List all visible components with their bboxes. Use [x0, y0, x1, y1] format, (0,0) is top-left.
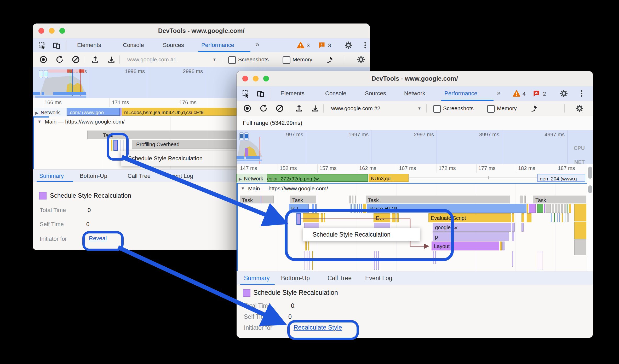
- network-request-bar[interactable]: [120, 108, 122, 116]
- warning-icon[interactable]: [297, 41, 305, 49]
- network-track-label[interactable]: ▶Network: [34, 108, 67, 118]
- flame-sliver-bar[interactable]: [561, 204, 563, 213]
- tab-bottom-up[interactable]: Bottom-Up: [281, 275, 310, 282]
- flame-sliver-bar[interactable]: [537, 204, 543, 213]
- clear-icon[interactable]: [276, 104, 284, 112]
- flame-sliver-bar[interactable]: [540, 251, 540, 270]
- target-select[interactable]: www.google.com #1: [127, 56, 176, 63]
- flame-sliver-bar[interactable]: [558, 204, 560, 213]
- flame-sliver-bar[interactable]: [574, 239, 586, 255]
- record-icon[interactable]: [243, 104, 251, 112]
- flame-sliver-bar[interactable]: [512, 232, 514, 241]
- flame-sliver-bar[interactable]: [569, 204, 571, 213]
- flame-sliver-bar[interactable]: [544, 204, 545, 213]
- memory-label[interactable]: Memory: [497, 105, 517, 111]
- reload-record-icon[interactable]: [56, 56, 64, 63]
- inspect-element-icon[interactable]: [242, 90, 250, 98]
- memory-checkbox[interactable]: [487, 105, 495, 113]
- flame-sliver-bar[interactable]: [355, 196, 356, 203]
- chevron-down-icon[interactable]: ▼: [417, 106, 421, 110]
- tab-summary[interactable]: Summary: [244, 275, 270, 282]
- flame-sliver-bar[interactable]: [500, 242, 502, 250]
- flame-sliver-bar[interactable]: [555, 204, 557, 213]
- save-profile-icon[interactable]: [107, 56, 115, 63]
- network-request-bar[interactable]: NUn3,qd…: [369, 174, 409, 182]
- main-thread-track[interactable]: ▼ Main — https://www.google.com/ TaskTas…: [237, 184, 587, 272]
- flame-sliver-bar[interactable]: [557, 213, 558, 222]
- flame-sliver-bar[interactable]: [527, 204, 528, 213]
- load-profile-icon[interactable]: [91, 56, 99, 63]
- titlebar[interactable]: DevTools - www.google.com/: [33, 24, 370, 38]
- flame-sliver-bar[interactable]: [512, 251, 513, 267]
- network-request-bar[interactable]: gen_204 (www.g: [537, 174, 585, 182]
- flame-sliver-bar[interactable]: [512, 213, 514, 222]
- settings-gear-icon[interactable]: [344, 41, 353, 49]
- vertical-scrollbar[interactable]: [588, 167, 592, 179]
- tab-summary[interactable]: Summary: [39, 173, 64, 179]
- flame-sliver-bar[interactable]: [554, 213, 555, 222]
- flame-sliver-bar[interactable]: [574, 204, 586, 221]
- target-select[interactable]: www.google.com #2: [331, 105, 380, 111]
- collapse-track-icon[interactable]: ▼: [37, 119, 42, 124]
- titlebar[interactable]: DevTools - www.google.com/: [237, 71, 593, 86]
- flame-event-bar[interactable]: Task: [240, 196, 274, 203]
- more-options-icon[interactable]: [578, 90, 585, 97]
- record-icon[interactable]: [39, 56, 47, 63]
- tab-performance[interactable]: Performance: [444, 90, 477, 97]
- network-request-bar[interactable]: m=cdos,hsm,jsa,mb4ZUb,d,csi,cEt9: [122, 108, 253, 116]
- tab-elements[interactable]: Elements: [280, 90, 305, 97]
- flame-sliver-bar[interactable]: [529, 204, 536, 213]
- save-profile-icon[interactable]: [311, 104, 319, 112]
- vertical-scrollbar[interactable]: [588, 185, 592, 193]
- network-request-bar[interactable]: .com/ (www.goo: [66, 108, 120, 116]
- issues-icon[interactable]: [533, 90, 540, 97]
- flame-sliver-bar[interactable]: [352, 196, 353, 203]
- screenshots-checkbox[interactable]: [228, 56, 236, 64]
- flame-sliver-bar[interactable]: [349, 196, 351, 203]
- flame-sliver-bar[interactable]: [512, 223, 515, 232]
- flame-sliver-bar[interactable]: [521, 213, 524, 222]
- flame-sliver-bar[interactable]: [542, 251, 542, 270]
- flame-sliver-bar[interactable]: [552, 204, 554, 213]
- settings-gear-icon[interactable]: [560, 89, 568, 98]
- expand-track-icon[interactable]: ▶: [35, 111, 38, 115]
- load-profile-icon[interactable]: [295, 104, 303, 112]
- capture-settings-gear-icon[interactable]: [357, 55, 365, 64]
- tab-network[interactable]: Network: [404, 90, 425, 97]
- more-tabs-icon[interactable]: »: [255, 40, 260, 49]
- tab-call-tree[interactable]: Call Tree: [128, 173, 151, 179]
- flame-sliver-bar[interactable]: [564, 204, 566, 213]
- flame-sliver-bar[interactable]: [521, 223, 524, 232]
- flame-sliver-bar[interactable]: [568, 204, 568, 213]
- tab-performance[interactable]: Performance: [201, 42, 234, 49]
- network-track-label[interactable]: ▶Network: [237, 174, 267, 184]
- flame-sliver-bar[interactable]: [567, 213, 569, 222]
- profiling-overhead-bar[interactable]: Profiling Overhead: [132, 140, 251, 149]
- more-options-icon[interactable]: [362, 42, 369, 49]
- flame-event-bar[interactable]: Task: [533, 196, 586, 203]
- network-track[interactable]: color_272x92dp.png (w… NUn3,qd… gen_204 …: [237, 173, 593, 183]
- reload-record-icon[interactable]: [260, 104, 267, 112]
- more-tabs-icon[interactable]: »: [497, 89, 501, 97]
- device-toolbar-icon[interactable]: [257, 90, 265, 98]
- clear-icon[interactable]: [72, 56, 80, 63]
- tab-event-log[interactable]: Event Log: [365, 275, 392, 282]
- flame-sliver-bar[interactable]: [562, 213, 563, 222]
- flame-sliver-bar[interactable]: [502, 242, 505, 250]
- tab-elements[interactable]: Elements: [77, 42, 101, 49]
- tab-console[interactable]: Console: [325, 90, 346, 97]
- tab-console[interactable]: Console: [123, 42, 144, 49]
- flame-sliver-bar[interactable]: [261, 196, 261, 203]
- device-toolbar-icon[interactable]: [53, 42, 61, 49]
- capture-settings-gear-icon[interactable]: [575, 104, 584, 113]
- memory-label[interactable]: Memory: [293, 56, 312, 63]
- expand-track-icon[interactable]: ▶: [239, 177, 242, 181]
- memory-checkbox[interactable]: [283, 56, 290, 64]
- flame-sliver-bar[interactable]: [262, 196, 262, 203]
- tab-sources[interactable]: Sources: [365, 90, 386, 97]
- collapse-track-icon[interactable]: ▼: [241, 186, 245, 191]
- tab-bottom-up[interactable]: Bottom-Up: [80, 173, 107, 179]
- tab-sources[interactable]: Sources: [163, 42, 184, 49]
- flame-sliver-bar[interactable]: [524, 196, 526, 203]
- warning-icon[interactable]: [513, 90, 520, 97]
